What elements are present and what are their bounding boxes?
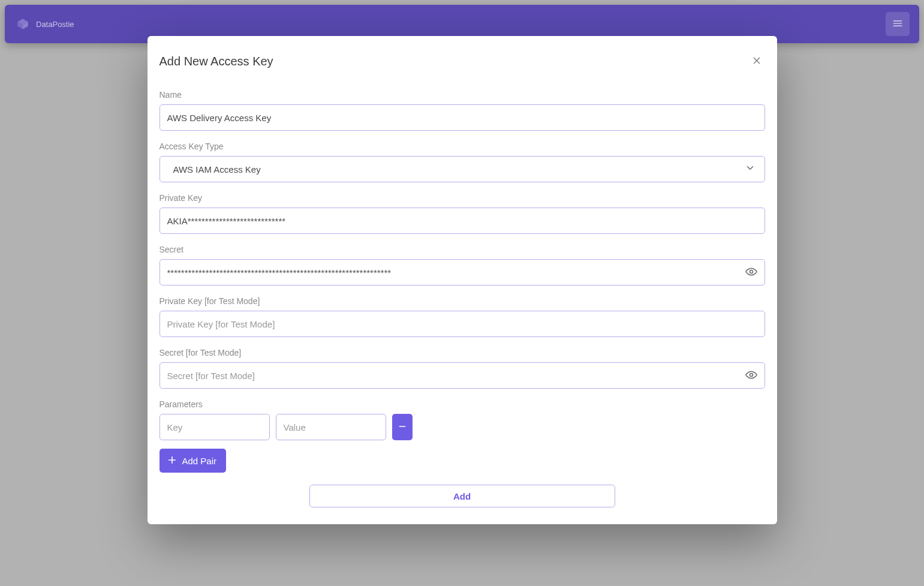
close-icon [752,55,762,68]
plus-icon [167,455,177,467]
name-input[interactable] [159,104,765,131]
toggle-secret-visibility-button[interactable] [742,263,760,281]
eye-icon [745,266,757,280]
add-pair-label: Add Pair [182,456,217,466]
svg-point-6 [750,373,753,376]
add-button[interactable]: Add [309,485,615,507]
secret-input[interactable] [159,259,765,286]
close-button[interactable] [748,53,765,70]
parameters-label: Parameters [159,399,765,409]
modal-overlay: Add New Access Key Name Access Key Type [0,0,924,586]
add-pair-button[interactable]: Add Pair [159,449,227,473]
private-key-label: Private Key [159,193,765,203]
parameter-value-input[interactable] [276,414,386,440]
minus-icon [398,422,407,433]
private-key-input[interactable] [159,208,765,234]
svg-point-5 [750,270,753,273]
parameter-key-input[interactable] [159,414,270,440]
add-access-key-modal: Add New Access Key Name Access Key Type [148,36,777,524]
modal-title: Add New Access Key [159,55,273,68]
access-key-type-select[interactable]: AWS IAM Access Key [159,156,765,182]
name-label: Name [159,90,765,100]
secret-test-label: Secret [for Test Mode] [159,348,765,357]
toggle-secret-test-visibility-button[interactable] [742,366,760,384]
secret-label: Secret [159,245,765,254]
remove-parameter-button[interactable] [392,414,413,440]
eye-icon [745,369,757,383]
parameter-row [159,414,765,440]
private-key-test-label: Private Key [for Test Mode] [159,296,765,306]
private-key-test-input[interactable] [159,311,765,337]
secret-test-input[interactable] [159,362,765,389]
type-label: Access Key Type [159,142,765,151]
